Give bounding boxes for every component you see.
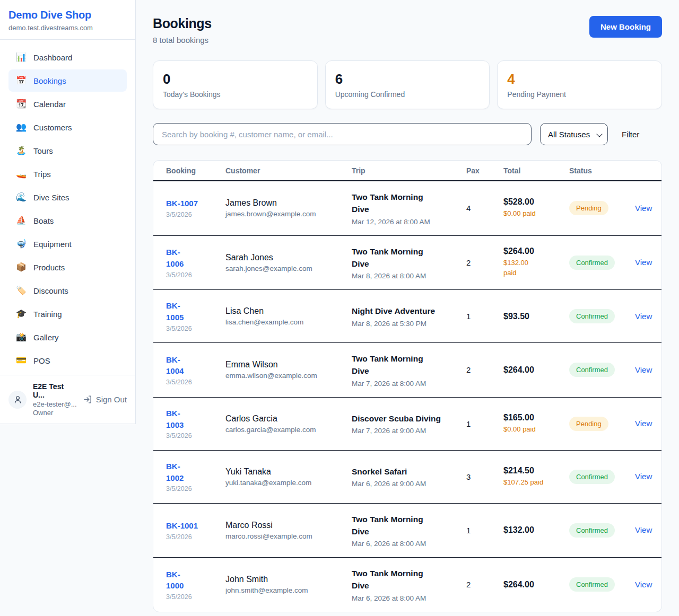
trip-name: Snorkel Safari [352, 465, 441, 478]
sidebar: Demo Dive Shop demo.test.divestreams.com… [0, 0, 136, 424]
booking-date: 3/5/2026 [166, 325, 225, 332]
sidebar-item-dive-sites[interactable]: 🌊 Dive Sites [8, 186, 127, 208]
booking-id-link[interactable]: BK-1002 [166, 461, 225, 484]
customer-name: Yuki Tanaka [225, 467, 352, 477]
trip-name: Discover Scuba Diving [352, 412, 441, 425]
sidebar-item-training[interactable]: 🎓 Training [8, 303, 127, 325]
sidebar-item-tours[interactable]: 🏝️ Tours [8, 139, 127, 162]
sidebar-item-label: Discounts [33, 286, 68, 295]
total-amount: $93.50 [503, 312, 569, 321]
table-row: BK-1005 3/5/2026 Lisa Chen lisa.chen@exa… [153, 289, 661, 342]
status-badge: Confirmed [569, 577, 615, 592]
view-link[interactable]: View [635, 472, 652, 481]
sidebar-item-label: Equipment [33, 240, 72, 249]
paid-amount: $132.00paid [503, 258, 554, 278]
trip-name: Night Dive Adventure [352, 305, 441, 317]
sidebar-item-trips[interactable]: 🚤 Trips [8, 163, 127, 185]
trip-name: Two Tank Morning Dive [352, 567, 441, 592]
bookings-table: BookingCustomerTripPaxTotalStatus BK-100… [153, 160, 662, 612]
sidebar-item-equipment[interactable]: 🤿 Equipment [8, 233, 127, 255]
page-header: Bookings 8 total bookings New Booking [153, 16, 662, 45]
table-row: BK-1002 3/5/2026 Yuki Tanaka yuki.tanaka… [153, 450, 661, 503]
pax-count: 2 [466, 580, 503, 589]
sidebar-nav: 📊 Dashboard 📅 Bookings 📆 Calendar 👥 Cust… [0, 40, 135, 375]
new-booking-button[interactable]: New Booking [589, 16, 662, 38]
stat-card: 0 Today's Bookings [153, 60, 318, 109]
booking-id-link[interactable]: BK-1003 [166, 408, 225, 431]
sidebar-item-label: POS [33, 356, 50, 365]
sign-out-button[interactable]: Sign Out [83, 395, 127, 404]
table-row: BK-1000 3/5/2026 John Smith john.smith@e… [153, 557, 661, 612]
sidebar-item-label: Calendar [33, 100, 66, 109]
column-header-booking: Booking [166, 166, 225, 175]
booking-date: 3/5/2026 [166, 593, 225, 601]
total-amount: $264.00 [503, 580, 569, 589]
toolbar: All Statuses Filter [153, 123, 662, 145]
stat-value: 6 [335, 71, 480, 87]
search-input[interactable] [153, 123, 532, 145]
booking-id-link[interactable]: BK-1001 [166, 520, 225, 532]
page-subtitle: 8 total bookings [153, 36, 212, 45]
sidebar-item-boats[interactable]: ⛵ Boats [8, 209, 127, 232]
sidebar-item-label: Products [33, 263, 65, 272]
column-header-customer: Customer [225, 166, 352, 175]
booking-id-link[interactable]: BK-1005 [166, 300, 225, 323]
booking-id-link[interactable]: BK-1006 [166, 247, 225, 270]
view-link[interactable]: View [635, 580, 652, 589]
total-amount: $165.00 [503, 413, 569, 423]
total-amount: $132.00 [503, 525, 569, 535]
sidebar-item-dashboard[interactable]: 📊 Dashboard [8, 46, 127, 68]
trip-date: Mar 12, 2026 at 8:00 AM [352, 218, 466, 226]
sidebar-item-label: Bookings [33, 76, 66, 85]
view-link[interactable]: View [635, 204, 652, 213]
status-badge: Pending [569, 417, 608, 431]
customer-email: john.smith@example.com [225, 586, 352, 594]
status-filter-select[interactable]: All Statuses [540, 123, 608, 145]
sidebar-item-label: Tours [33, 146, 53, 155]
view-link[interactable]: View [635, 419, 652, 428]
sidebar-item-calendar[interactable]: 📆 Calendar [8, 93, 127, 115]
sidebar-item-discounts[interactable]: 🏷️ Discounts [8, 279, 127, 302]
user-email: e2e-tester@... [33, 400, 77, 408]
table-row: BK-1003 3/5/2026 Carlos Garcia carlos.ga… [153, 397, 661, 450]
customer-email: yuki.tanaka@example.com [225, 479, 352, 487]
filter-button[interactable]: Filter [616, 127, 645, 142]
table-row: BK-1004 3/5/2026 Emma Wilson emma.wilson… [153, 342, 661, 397]
sidebar-item-products[interactable]: 📦 Products [8, 256, 127, 278]
booking-date: 3/5/2026 [166, 211, 225, 218]
booking-id-link[interactable]: BK-1007 [166, 198, 225, 209]
sidebar-item-gallery[interactable]: 📸 Gallery [8, 326, 127, 348]
trip-date: Mar 6, 2026 at 9:00 AM [352, 480, 466, 488]
trip-date: Mar 6, 2026 at 8:00 AM [352, 540, 466, 548]
sign-out-label: Sign Out [96, 395, 127, 404]
user-name: E2E Test U... [33, 382, 77, 399]
view-link[interactable]: View [635, 365, 652, 374]
trip-name: Two Tank Morning Dive [352, 353, 441, 377]
pax-count: 1 [466, 312, 503, 321]
booking-id-link[interactable]: BK-1000 [166, 569, 225, 592]
view-link[interactable]: View [635, 525, 652, 534]
user-role: Owner [33, 409, 77, 417]
pax-count: 3 [466, 472, 503, 481]
table-row: BK-1001 3/5/2026 Marco Rossi marco.rossi… [153, 503, 661, 558]
status-badge: Confirmed [569, 256, 615, 270]
stat-label: Upcoming Confirmed [335, 90, 480, 99]
customer-email: james.brown@example.com [225, 210, 352, 218]
sidebar-item-pos[interactable]: 💳 POS [8, 349, 127, 372]
sidebar-item-label: Dive Sites [33, 193, 69, 202]
sidebar-item-bookings[interactable]: 📅 Bookings [8, 69, 127, 92]
main-content: Bookings 8 total bookings New Booking 0 … [136, 0, 679, 616]
logout-icon [83, 395, 92, 404]
customer-name: James Brown [225, 198, 352, 208]
table-row: BK-1006 3/5/2026 Sarah Jones sarah.jones… [153, 235, 661, 290]
customer-email: emma.wilson@example.com [225, 372, 352, 380]
booking-id-link[interactable]: BK-1004 [166, 354, 225, 377]
view-link[interactable]: View [635, 312, 652, 321]
trip-name: Two Tank Morning Dive [352, 513, 441, 538]
sidebar-item-customers[interactable]: 👥 Customers [8, 116, 127, 138]
sidebar-item-label: Gallery [33, 333, 59, 342]
view-link[interactable]: View [635, 258, 652, 267]
pax-count: 2 [466, 365, 503, 374]
status-badge: Confirmed [569, 363, 615, 377]
booking-date: 3/5/2026 [166, 485, 225, 492]
